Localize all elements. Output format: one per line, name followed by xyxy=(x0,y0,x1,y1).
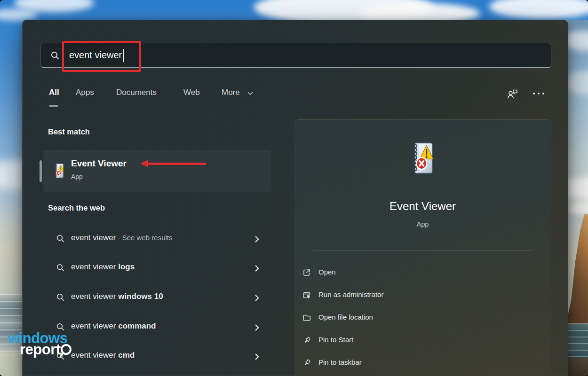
action-label: Run as administrator xyxy=(318,290,383,298)
tab-documents[interactable]: Documents xyxy=(116,88,157,97)
best-match-subtitle: App xyxy=(71,173,83,180)
action-label: Pin to taskbar xyxy=(318,358,362,366)
account-feedback-icon xyxy=(506,88,519,100)
action-label: Open file location xyxy=(318,313,373,321)
admin-shield-icon xyxy=(302,290,311,300)
open-external-icon xyxy=(302,268,311,277)
windows-report-watermark: windows report xyxy=(8,331,72,357)
suggestion-suffix: - See web results xyxy=(116,234,172,242)
watermark-word2: report xyxy=(20,342,72,357)
search-icon xyxy=(50,51,60,60)
chevron-right-icon xyxy=(255,353,259,360)
divider xyxy=(313,251,532,251)
action-label: Open xyxy=(318,268,336,276)
event-viewer-app-icon xyxy=(52,162,66,180)
suggestion-suffix: logs xyxy=(118,262,135,271)
account-feedback-button[interactable] xyxy=(504,86,520,101)
tab-more[interactable]: More xyxy=(222,88,240,97)
magnifier-o-icon xyxy=(61,344,72,355)
folder-icon xyxy=(302,313,311,322)
search-icon xyxy=(56,293,65,302)
best-match-result[interactable]: Event Viewer App xyxy=(43,150,271,192)
annotation-arrow xyxy=(141,160,207,168)
suggestion-base: event viewer xyxy=(71,321,118,330)
result-preview-pane: Event Viewer App Open Run as administrat… xyxy=(294,119,551,376)
search-web-heading: Search the web xyxy=(48,204,105,212)
suggestion-base: event viewer xyxy=(71,262,118,271)
wallpaper-sea xyxy=(567,323,588,359)
best-match-heading: Best match xyxy=(48,127,90,136)
chevron-right-icon xyxy=(255,236,259,243)
web-suggestion[interactable]: event viewer windows 10 xyxy=(43,283,271,313)
action-open[interactable]: Open xyxy=(294,261,551,284)
action-run-as-administrator[interactable]: Run as administrator xyxy=(294,284,551,306)
scrollbar-thumb[interactable] xyxy=(40,160,42,182)
action-open-file-location[interactable]: Open file location xyxy=(294,306,551,329)
web-suggestion[interactable]: event viewer - See web results xyxy=(43,224,271,254)
event-viewer-app-icon xyxy=(406,140,439,177)
action-pin-to-taskbar[interactable]: Pin to taskbar xyxy=(294,352,551,374)
chevron-right-icon xyxy=(255,265,259,272)
suggestion-base: event viewer xyxy=(71,351,118,360)
chevron-right-icon xyxy=(255,324,259,331)
suggestion-suffix: command xyxy=(118,321,156,330)
tab-apps[interactable]: Apps xyxy=(76,88,94,97)
ellipsis-icon xyxy=(533,93,544,94)
preview-subtitle: App xyxy=(294,220,551,228)
suggestion-suffix: cmd xyxy=(118,351,135,360)
web-suggestion[interactable]: event viewer cmd xyxy=(43,342,271,371)
search-icon xyxy=(56,263,65,272)
wallpaper-sand xyxy=(567,358,588,376)
annotation-highlight-box xyxy=(62,41,141,72)
pin-icon xyxy=(302,336,311,345)
web-suggestion[interactable]: event viewer logs xyxy=(43,253,271,283)
preview-title: Event Viewer xyxy=(294,200,551,213)
search-flyout-panel: event viewer All Apps Documents Web More… xyxy=(22,20,568,376)
tab-all[interactable]: All xyxy=(49,88,59,97)
best-match-title: Event Viewer xyxy=(71,158,127,169)
more-options-button[interactable] xyxy=(531,86,547,101)
search-icon xyxy=(56,234,65,243)
active-tab-indicator xyxy=(49,105,58,107)
pin-icon xyxy=(302,358,311,368)
web-suggestion[interactable]: event viewer command xyxy=(43,313,271,342)
windows-search-screen: event viewer All Apps Documents Web More… xyxy=(0,0,588,376)
chevron-down-icon xyxy=(247,92,253,95)
suggestion-base: event viewer xyxy=(71,292,118,301)
action-label: Pin to Start xyxy=(318,336,353,344)
tab-web[interactable]: Web xyxy=(183,88,200,97)
action-pin-to-start[interactable]: Pin to Start xyxy=(294,329,551,352)
chevron-right-icon xyxy=(255,295,259,301)
suggestion-base: event viewer xyxy=(71,233,116,242)
suggestion-suffix: windows 10 xyxy=(118,292,163,301)
